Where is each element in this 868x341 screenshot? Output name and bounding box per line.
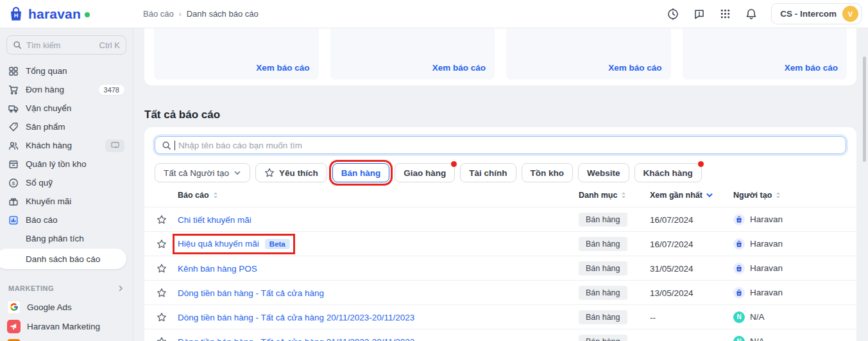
view-report-link[interactable]: Xem báo cáo xyxy=(432,63,486,73)
haravan-logo[interactable]: haravan xyxy=(0,6,126,22)
report-link[interactable]: Chi tiết khuyến mãi xyxy=(178,214,251,224)
report-link-annotated[interactable]: Hiệu quả khuyến mãi Beta xyxy=(178,239,290,249)
creator-cell: Haravan xyxy=(733,263,783,274)
creator-cell: N N/A xyxy=(733,336,765,341)
sidebar-item-quan-ly-ton-kho[interactable]: Quản lý tồn kho xyxy=(0,155,133,173)
haravan-avatar xyxy=(733,214,745,225)
column-header-danh-muc[interactable]: Danh mục xyxy=(579,191,627,200)
column-header-bao-cao[interactable]: Báo cáo xyxy=(178,191,219,200)
sidebar-section-marketing[interactable]: MARKETING xyxy=(0,279,133,297)
sidebar-search-placeholder: Tìm kiếm xyxy=(26,40,60,50)
report-search-placeholder: Nhập tên báo cáo bạn muốn tìm xyxy=(178,141,302,150)
notification-dot xyxy=(451,161,457,167)
report-name: Dòng tiền bán hàng - Tất cả cửa hàng 20/… xyxy=(178,312,414,322)
sort-icon xyxy=(775,191,781,200)
breadcrumb-separator: › xyxy=(179,10,182,19)
view-report-link[interactable]: Xem báo cáo xyxy=(785,63,838,73)
pos-screen-badge[interactable] xyxy=(105,139,124,152)
sidebar-search-input[interactable]: Tìm kiếm Ctrl K xyxy=(6,35,126,55)
feedback-icon[interactable] xyxy=(693,8,706,21)
filter-label: Tồn kho xyxy=(531,168,565,178)
sidebar: Tìm kiếm Ctrl K Tổng quan Đơn hàng 3478 … xyxy=(0,28,133,341)
filter-label: Khách hàng xyxy=(643,168,693,178)
favorite-star-icon[interactable] xyxy=(157,312,167,322)
sidebar-item-haravan-marketing[interactable]: Haravan Marketing xyxy=(0,317,133,336)
sidebar-item-danh-sach-bao-cao[interactable]: Danh sách báo cáo xyxy=(0,249,126,269)
category-badge: Bán hàng xyxy=(579,335,627,341)
sidebar-item-label: Đơn hàng xyxy=(26,85,64,94)
top-bar: haravan Báo cáo › Danh sách báo cáo CS -… xyxy=(0,0,868,28)
favorite-star-icon[interactable] xyxy=(157,214,167,225)
filter-label: Website xyxy=(587,168,620,178)
breadcrumb-root[interactable]: Báo cáo xyxy=(143,9,174,19)
report-card: Xem báo cáo xyxy=(330,28,495,80)
haravan-avatar xyxy=(733,238,745,250)
reports-table-card: Nhập tên báo cáo bạn muốn tìm Tất cả Ngư… xyxy=(144,127,856,341)
google-icon xyxy=(7,301,21,314)
column-header-xem-gan-nhat[interactable]: Xem gần nhất xyxy=(650,191,713,200)
favorite-star-icon[interactable] xyxy=(157,263,167,274)
sidebar-item-so-quy[interactable]: $ Sổ quỹ xyxy=(0,173,133,192)
report-link[interactable]: Dòng tiền bán hàng - Tất cả cửa hàng 01/… xyxy=(178,337,414,341)
report-link[interactable]: Kênh bán hàng POS xyxy=(178,263,257,273)
haraads-icon: a xyxy=(7,339,21,341)
filter-ton-kho[interactable]: Tồn kho xyxy=(522,163,574,182)
view-report-link[interactable]: Xem báo cáo xyxy=(608,63,661,73)
sidebar-item-label: Sổ quỹ xyxy=(26,178,53,188)
account-switcher[interactable]: CS - Intercom V xyxy=(771,3,862,24)
table-row[interactable]: Dòng tiền bán hàng - Tất cả cửa hàng 20/… xyxy=(144,304,856,329)
sort-icon xyxy=(212,191,219,200)
customers-icon xyxy=(8,141,19,151)
screen-icon xyxy=(111,142,119,149)
page-scrollbar[interactable] xyxy=(863,57,866,162)
sidebar-item-khuyen-mai[interactable]: Khuyến mãi xyxy=(0,192,133,211)
history-icon[interactable] xyxy=(667,8,679,21)
table-header: Báo cáo Danh mục Xem gần nhất Người tạo xyxy=(144,191,856,207)
filter-giao-hang[interactable]: Giao hàng xyxy=(395,163,455,182)
column-label: Xem gần nhất xyxy=(650,191,702,200)
sidebar-subitem-label: Bảng phân tích xyxy=(26,234,84,243)
filter-ban-hang[interactable]: Bán hàng xyxy=(332,163,390,182)
sidebar-item-don-hang[interactable]: Đơn hàng 3478 xyxy=(0,80,133,99)
sidebar-item-haraads[interactable]: a HaraAds xyxy=(0,336,133,341)
sidebar-item-san-pham[interactable]: Sản phẩm xyxy=(0,118,133,136)
favorite-star-icon[interactable] xyxy=(157,288,167,298)
text-cursor xyxy=(174,141,175,150)
report-search-input[interactable]: Nhập tên báo cáo bạn muốn tìm xyxy=(155,136,846,154)
notifications-bell-icon[interactable] xyxy=(745,8,758,21)
filter-tai-chinh[interactable]: Tài chính xyxy=(460,163,516,182)
sidebar-item-bang-phan-tich[interactable]: Bảng phân tích xyxy=(0,229,133,248)
sidebar-item-google-ads[interactable]: Google Ads xyxy=(0,297,133,317)
creator-cell: Haravan xyxy=(733,214,783,225)
creator-filter-dropdown[interactable]: Tất cả Người tạo xyxy=(155,163,250,182)
view-report-link[interactable]: Xem báo cáo xyxy=(256,63,309,73)
table-row[interactable]: Hiệu quả khuyến mãi Beta Bán hàng 16/07/… xyxy=(144,231,856,256)
svg-text:$: $ xyxy=(12,180,15,186)
sidebar-item-van-chuyen[interactable]: Vận chuyển xyxy=(0,99,133,118)
report-link[interactable]: Dòng tiền bán hàng - Tất cả cửa hàng 20/… xyxy=(178,312,414,322)
sidebar-item-bao-cao[interactable]: Báo cáo xyxy=(0,211,133,229)
favorite-star-icon[interactable] xyxy=(157,337,167,341)
filter-website[interactable]: Website xyxy=(578,163,629,182)
creator-name: Haravan xyxy=(750,239,783,249)
sidebar-item-khach-hang[interactable]: Khách hàng xyxy=(0,136,133,155)
apps-grid-icon[interactable] xyxy=(719,8,731,20)
column-label: Người tạo xyxy=(733,191,772,200)
favorite-star-icon[interactable] xyxy=(157,239,167,249)
favorite-filter-button[interactable]: Yêu thích xyxy=(255,163,327,182)
topbar-actions: CS - Intercom V xyxy=(667,3,868,24)
table-row[interactable]: Dòng tiền bán hàng - Tất cả cửa hàng 01/… xyxy=(144,329,856,341)
sidebar-item-label: Tổng quan xyxy=(26,66,67,76)
main-content: Xem báo cáo Xem báo cáo Xem báo cáo Xem … xyxy=(133,28,868,341)
logo-text: haravan xyxy=(28,6,81,22)
table-row[interactable]: Chi tiết khuyến mãi Bán hàng 16/07/2024 … xyxy=(144,207,856,231)
haravan-avatar xyxy=(733,263,745,274)
report-link[interactable]: Dòng tiền bán hàng - Tất cả cửa hàng xyxy=(178,288,324,297)
column-header-nguoi-tao[interactable]: Người tạo xyxy=(733,191,781,200)
sidebar-item-tong-quan[interactable]: Tổng quan xyxy=(0,62,133,80)
filter-khach-hang[interactable]: Khách hàng xyxy=(634,163,702,182)
table-row[interactable]: Kênh bán hàng POS Bán hàng 31/05/2024 Ha… xyxy=(144,256,856,280)
report-name: Dòng tiền bán hàng - Tất cả cửa hàng xyxy=(178,288,324,297)
table-row[interactable]: Dòng tiền bán hàng - Tất cả cửa hàng Bán… xyxy=(144,280,856,304)
haravan-bag-icon xyxy=(8,6,24,22)
